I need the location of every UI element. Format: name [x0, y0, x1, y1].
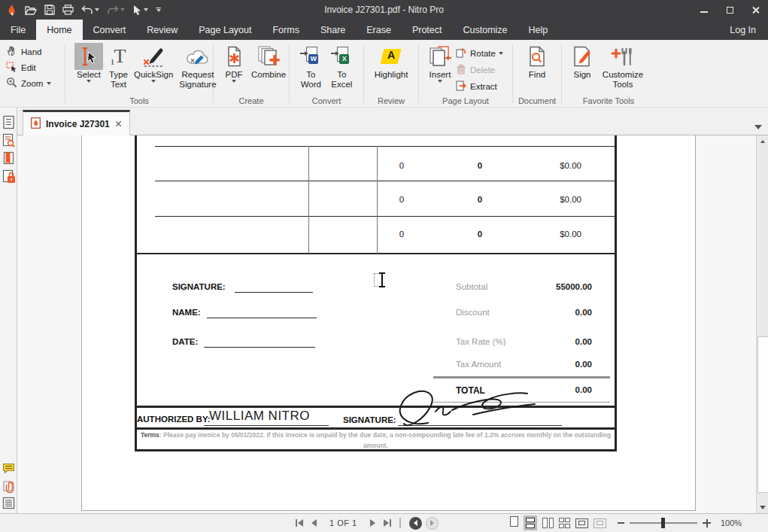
table-cell: $0.00: [506, 195, 581, 204]
grid-view-button[interactable]: [559, 518, 570, 528]
hand-tool-button[interactable]: Hand: [6, 45, 63, 58]
menu-page-layout[interactable]: Page Layout: [188, 20, 262, 40]
tab-list-dropdown-button[interactable]: [754, 119, 762, 132]
ribbon-group-review: A Highlight Review: [364, 40, 418, 107]
zoom-dropdown-icon[interactable]: [47, 82, 51, 85]
terms-text: : Please pay invoice by 05/01/2022. If t…: [159, 431, 611, 449]
search-panel-button[interactable]: [2, 133, 15, 151]
highlight-button[interactable]: A Highlight: [372, 42, 411, 81]
zoom-icon: [6, 77, 17, 90]
first-page-button[interactable]: [296, 519, 303, 527]
select-tool-quick-button[interactable]: [130, 3, 150, 17]
pdf-page[interactable]: 0 0 $0.00 0 0 $0.00 0 0 $0.00 SIGNATURE:…: [81, 135, 696, 511]
history-back-button[interactable]: [409, 517, 422, 530]
document-tab[interactable]: Invoice J27301: [23, 110, 130, 135]
menu-file[interactable]: File: [0, 20, 36, 40]
undo-dropdown-icon[interactable]: [95, 8, 99, 11]
pdf-dropdown-icon[interactable]: [232, 80, 236, 83]
maximize-button[interactable]: [717, 0, 742, 20]
presentation-view-button[interactable]: [593, 518, 606, 528]
edit-icon: [6, 61, 17, 74]
menu-review[interactable]: Review: [136, 20, 188, 40]
tax-amount-value: 0.00: [487, 360, 592, 369]
redo-dropdown-icon[interactable]: [120, 8, 125, 11]
type-text-button[interactable]: ıT Type Text: [106, 42, 131, 90]
pages-panel-button[interactable]: [2, 115, 15, 132]
quicksign-button[interactable]: QuickSign: [131, 42, 176, 84]
pdf-button[interactable]: PDF: [220, 42, 248, 84]
customize-quick-access-toolbar-button[interactable]: [153, 6, 163, 14]
bookmarks-panel-button[interactable]: [2, 151, 15, 169]
to-excel-button[interactable]: X To Excel: [326, 42, 357, 90]
facing-pages-view-button[interactable]: [542, 518, 554, 528]
sign-button[interactable]: Sign: [568, 42, 596, 81]
comments-panel-button[interactable]: [2, 463, 15, 479]
ribbon: Hand Edit Zoom Select: [0, 40, 768, 108]
redo-button[interactable]: [105, 4, 127, 17]
menu-help[interactable]: Help: [518, 20, 559, 40]
undo-button[interactable]: [79, 4, 102, 17]
last-page-button[interactable]: [384, 519, 391, 527]
insert-dropdown-icon[interactable]: [438, 80, 442, 83]
minimize-button[interactable]: [691, 0, 717, 20]
previous-page-button[interactable]: [311, 516, 317, 530]
close-button[interactable]: [742, 0, 768, 20]
zoom-slider-handle[interactable]: [661, 518, 665, 528]
vertical-scrollbar[interactable]: [756, 135, 768, 513]
output-panel-button[interactable]: [2, 497, 15, 512]
open-file-button[interactable]: [23, 4, 39, 17]
nitro-logo-icon: [4, 2, 20, 18]
find-button[interactable]: Find: [524, 42, 551, 81]
menu-home[interactable]: Home: [36, 20, 82, 40]
customize-tools-button[interactable]: Customize Tools: [596, 42, 649, 90]
scroll-down-button[interactable]: [757, 502, 768, 513]
menu-customize[interactable]: Customize: [453, 20, 518, 40]
table-rule: [155, 146, 616, 147]
insert-button[interactable]: Insert: [425, 42, 455, 84]
extract-button[interactable]: Extract: [455, 78, 503, 94]
document-tabbar: Invoice J27301: [17, 108, 768, 135]
menu-share[interactable]: Share: [310, 20, 356, 40]
chevron-down-icon: [754, 125, 762, 129]
menu-erase[interactable]: Erase: [356, 20, 402, 40]
edit-tool-button[interactable]: Edit: [6, 61, 63, 74]
tab-close-icon[interactable]: [115, 120, 122, 127]
single-page-view-button[interactable]: [510, 516, 518, 530]
table-cell: $0.00: [506, 161, 581, 170]
request-signature-button[interactable]: Request Signature: [176, 42, 219, 90]
statusbar: 1 OF 1 100%: [0, 513, 768, 532]
zoom-slider[interactable]: [630, 522, 697, 524]
menu-protect[interactable]: Protect: [402, 20, 453, 40]
delete-button[interactable]: Delete: [455, 62, 503, 78]
rotate-dropdown-icon[interactable]: [499, 52, 503, 55]
select-button[interactable]: Select: [71, 42, 106, 84]
attachments-panel-button[interactable]: [2, 480, 15, 497]
terms-paragraph: Terms: Please pay invoice by 05/01/2022.…: [136, 430, 615, 451]
scrollbar-thumb[interactable]: [757, 336, 768, 493]
to-excel-label: To Excel: [329, 70, 354, 90]
to-word-button[interactable]: W To Word: [296, 42, 326, 90]
security-panel-button[interactable]: [2, 169, 16, 187]
menu-forms[interactable]: Forms: [262, 20, 309, 40]
scroll-up-button[interactable]: [757, 135, 768, 147]
select-tool-dropdown-icon[interactable]: [144, 8, 148, 11]
zoom-out-button[interactable]: [618, 522, 624, 524]
history-forward-button[interactable]: [426, 517, 439, 530]
quicksign-icon: [141, 43, 165, 70]
next-page-button[interactable]: [370, 516, 375, 530]
menu-convert[interactable]: Convert: [83, 20, 137, 40]
quicksign-dropdown-icon[interactable]: [151, 80, 156, 83]
select-dropdown-icon[interactable]: [87, 80, 91, 83]
titlebar: Invoice J27301.pdf - Nitro Pro: [0, 0, 768, 20]
continuous-view-button[interactable]: [524, 515, 537, 530]
print-button[interactable]: [60, 3, 76, 17]
rotate-label: Rotate: [470, 49, 496, 58]
document-canvas[interactable]: 0 0 $0.00 0 0 $0.00 0 0 $0.00 SIGNATURE:…: [17, 135, 756, 513]
combine-button[interactable]: Combine: [248, 42, 289, 81]
fullscreen-view-button[interactable]: [575, 518, 588, 528]
zoom-in-button[interactable]: [703, 519, 711, 527]
save-button[interactable]: [42, 3, 57, 17]
zoom-tool-button[interactable]: Zoom: [6, 77, 63, 90]
rotate-button[interactable]: Rotate: [455, 45, 503, 61]
log-in-button[interactable]: Log In: [718, 20, 768, 40]
